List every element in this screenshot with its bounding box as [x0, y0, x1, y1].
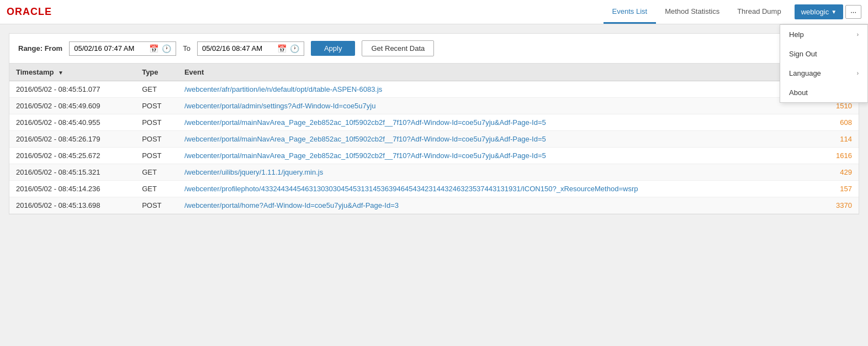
from-date-input[interactable]	[74, 44, 146, 53]
dropdown-arrow-icon: ▼	[831, 9, 837, 15]
cell-event[interactable]: /webcenter/portal/admin/settings?Adf-Win…	[178, 98, 781, 114]
content-area: Range: From 📅 🕐 To 📅 🕐 Apply Get Recent …	[0, 24, 868, 223]
clock-to-icon[interactable]: 🕐	[290, 44, 299, 53]
events-table-wrapper: Timestamp ▼ Type Event Duration (ms) 201…	[9, 64, 859, 214]
signout-label: Sign Out	[789, 50, 817, 58]
cell-timestamp: 2016/05/02 - 08:45:26.179	[9, 131, 135, 148]
header: ORACLE Events List Method Statistics Thr…	[0, 0, 868, 24]
cell-event[interactable]: /webcenter/uilibs/jquery/1.11.1/jquery.m…	[178, 164, 781, 181]
help-label: Help	[789, 30, 804, 39]
dropdown-item-help[interactable]: Help ›	[780, 25, 867, 44]
range-from-label: Range: From	[18, 44, 62, 53]
cell-type: POST	[135, 148, 178, 164]
th-event: Event	[178, 64, 781, 81]
filter-bar: Range: From 📅 🕐 To 📅 🕐 Apply Get Recent …	[9, 33, 859, 64]
cell-event[interactable]: /webcenter/portal/mainNavArea_Page_2eb85…	[178, 148, 781, 164]
from-date-wrapper: 📅 🕐	[69, 41, 176, 56]
about-label: About	[789, 88, 808, 97]
cell-event[interactable]: /webcenter/portal/home?Adf-Window-Id=coe…	[178, 197, 781, 214]
more-options-button[interactable]: ···	[845, 5, 861, 19]
weblogic-label: weblogic	[801, 8, 829, 16]
cell-duration: 157	[781, 181, 859, 197]
header-right: Events List Method Statistics Thread Dum…	[604, 1, 861, 24]
table-body: 2016/05/02 - 08:45:51.077 GET /webcenter…	[9, 81, 859, 214]
cell-event[interactable]: /webcenter/portal/mainNavArea_Page_2eb85…	[178, 131, 781, 148]
cell-type: POST	[135, 131, 178, 148]
cell-event[interactable]: /webcenter/profilephoto/4332443445463130…	[178, 181, 781, 197]
weblogic-button[interactable]: weblogic ▼	[795, 4, 844, 19]
cell-type: GET	[135, 164, 178, 181]
event-link: /webcenter/portal/mainNavArea_Page_2eb85…	[184, 151, 546, 160]
cell-timestamp: 2016/05/02 - 08:45:13.698	[9, 197, 135, 214]
cell-timestamp: 2016/05/02 - 08:45:15.321	[9, 164, 135, 181]
cell-duration: 429	[781, 164, 859, 181]
table-row: 2016/05/02 - 08:45:40.955 POST /webcente…	[9, 114, 859, 131]
events-table: Timestamp ▼ Type Event Duration (ms) 201…	[9, 64, 859, 214]
cell-duration: 1616	[781, 148, 859, 164]
table-row: 2016/05/02 - 08:45:49.609 POST /webcente…	[9, 98, 859, 114]
calendar-to-icon[interactable]: 📅	[277, 44, 287, 53]
chevron-right-icon-lang: ›	[857, 70, 859, 76]
dropdown-item-about[interactable]: About	[780, 83, 867, 102]
table-row: 2016/05/02 - 08:45:15.321 GET /webcenter…	[9, 164, 859, 181]
chevron-right-icon: ›	[857, 32, 859, 38]
table-row: 2016/05/02 - 08:45:25.672 POST /webcente…	[9, 148, 859, 164]
table-row: 2016/05/02 - 08:45:51.077 GET /webcenter…	[9, 81, 859, 98]
cell-timestamp: 2016/05/02 - 08:45:49.609	[9, 98, 135, 114]
dropdown-item-signout[interactable]: Sign Out	[780, 44, 867, 64]
oracle-logo: ORACLE	[7, 6, 52, 18]
event-link: /webcenter/portal/mainNavArea_Page_2eb85…	[184, 118, 546, 127]
calendar-from-icon[interactable]: 📅	[149, 44, 158, 53]
event-link: /webcenter/profilephoto/4332443445463130…	[184, 185, 638, 193]
apply-button[interactable]: Apply	[311, 41, 356, 56]
tab-method-statistics[interactable]: Method Statistics	[656, 1, 728, 24]
dropdown-item-language[interactable]: Language ›	[780, 64, 867, 83]
get-recent-data-button[interactable]: Get Recent Data	[362, 40, 434, 56]
language-label: Language	[789, 69, 821, 77]
cell-event[interactable]: /webcenter/afr/partition/ie/n/default/op…	[178, 81, 781, 98]
event-link: /webcenter/portal/admin/settings?Adf-Win…	[184, 102, 376, 110]
table-header-row: Timestamp ▼ Type Event Duration (ms)	[9, 64, 859, 81]
tab-thread-dump[interactable]: Thread Dump	[728, 1, 790, 24]
cell-duration: 3370	[781, 197, 859, 214]
event-link: /webcenter/uilibs/jquery/1.11.1/jquery.m…	[184, 168, 323, 176]
cell-timestamp: 2016/05/02 - 08:45:51.077	[9, 81, 135, 98]
table-row: 2016/05/02 - 08:45:14.236 GET /webcenter…	[9, 181, 859, 197]
event-link: /webcenter/portal/mainNavArea_Page_2eb85…	[184, 135, 546, 143]
th-timestamp[interactable]: Timestamp ▼	[9, 64, 135, 81]
event-link: /webcenter/afr/partition/ie/n/default/op…	[184, 85, 382, 93]
cell-type: GET	[135, 81, 178, 98]
cell-timestamp: 2016/05/02 - 08:45:25.672	[9, 148, 135, 164]
clock-from-icon[interactable]: 🕐	[162, 44, 171, 53]
to-date-wrapper: 📅 🕐	[197, 41, 304, 56]
cell-type: GET	[135, 181, 178, 197]
cell-type: POST	[135, 197, 178, 214]
sort-arrow-icon: ▼	[58, 70, 63, 76]
cell-type: POST	[135, 98, 178, 114]
to-date-input[interactable]	[202, 44, 274, 53]
event-link: /webcenter/portal/home?Adf-Window-Id=coe…	[184, 201, 399, 209]
cell-timestamp: 2016/05/02 - 08:45:40.955	[9, 114, 135, 131]
cell-duration: 114	[781, 131, 859, 148]
to-label: To	[183, 44, 190, 53]
table-row: 2016/05/02 - 08:45:26.179 POST /webcente…	[9, 131, 859, 148]
table-row: 2016/05/02 - 08:45:13.698 POST /webcente…	[9, 197, 859, 214]
cell-type: POST	[135, 114, 178, 131]
cell-duration: 608	[781, 114, 859, 131]
tab-events-list[interactable]: Events List	[604, 1, 657, 24]
nav-tabs: Events List Method Statistics Thread Dum…	[604, 1, 790, 24]
cell-event[interactable]: /webcenter/portal/mainNavArea_Page_2eb85…	[178, 114, 781, 131]
cell-timestamp: 2016/05/02 - 08:45:14.236	[9, 181, 135, 197]
th-type: Type	[135, 64, 178, 81]
dropdown-menu: Help › Sign Out Language › About	[780, 24, 868, 103]
